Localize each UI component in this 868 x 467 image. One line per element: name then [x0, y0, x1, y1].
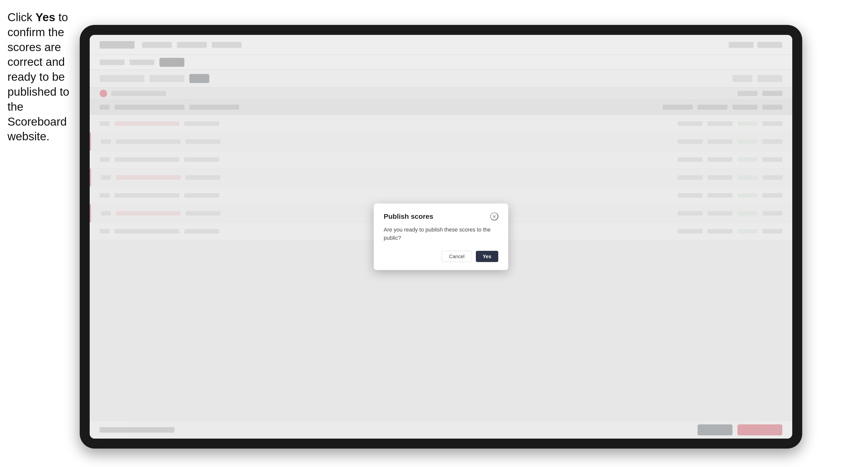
modal-body: Are you ready to publish these scores to… [384, 225, 498, 242]
modal-footer: Cancel Yes [384, 251, 498, 262]
instruction-prefix: Click [7, 11, 35, 24]
instruction-text: Click Yes to confirm the scores are corr… [7, 10, 77, 144]
cancel-button[interactable]: Cancel [442, 251, 472, 262]
modal-close-button[interactable]: × [490, 213, 498, 221]
yes-button[interactable]: Yes [476, 251, 498, 262]
instruction-bold: Yes [35, 11, 55, 24]
modal-header: Publish scores × [384, 213, 498, 221]
modal-title: Publish scores [384, 213, 433, 221]
instruction-suffix: to confirm the scores are correct and re… [7, 11, 69, 143]
tablet-screen: Publish scores × Are you ready to publis… [90, 35, 792, 439]
publish-scores-modal: Publish scores × Are you ready to publis… [374, 204, 508, 270]
tablet-device: Publish scores × Are you ready to publis… [80, 25, 802, 448]
